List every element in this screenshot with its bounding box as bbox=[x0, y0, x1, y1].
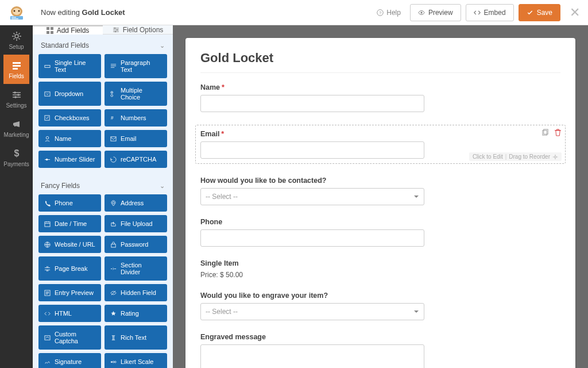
rail-item-setup[interactable]: Setup bbox=[3, 25, 29, 55]
field-chip-file-upload[interactable]: File Upload bbox=[105, 215, 167, 232]
duplicate-icon[interactable] bbox=[542, 129, 550, 136]
field-chip-website-url[interactable]: Website / URL bbox=[38, 236, 101, 253]
svg-point-46 bbox=[554, 156, 556, 158]
svg-rect-36 bbox=[45, 221, 50, 226]
chip-icon bbox=[44, 136, 51, 142]
chip-icon bbox=[110, 91, 117, 97]
field-chip-phone[interactable]: Phone bbox=[38, 194, 101, 212]
chip-icon bbox=[44, 115, 51, 121]
rail-item-settings[interactable]: Settings bbox=[3, 84, 29, 113]
chip-icon bbox=[110, 335, 117, 341]
field-chip-name[interactable]: Name bbox=[38, 130, 101, 147]
embed-button[interactable]: Embed bbox=[466, 4, 514, 21]
preview-button[interactable]: Preview bbox=[410, 4, 461, 21]
form-field-how-would-you-like-to-be-contacted-[interactable]: How would you like to be contacted?-- Se… bbox=[200, 177, 560, 205]
field-chip-likert-scale[interactable]: Likert Scale bbox=[105, 353, 167, 368]
group-header-fancy-fields[interactable]: Fancy Fields⌄ bbox=[33, 175, 173, 194]
field-chip-rating[interactable]: Rating bbox=[105, 305, 167, 322]
text-input[interactable] bbox=[200, 141, 424, 159]
fields-panel: Add Fields Field Options Standard Fields… bbox=[33, 25, 173, 368]
field-chip-address[interactable]: Address bbox=[105, 194, 167, 212]
text-input[interactable] bbox=[200, 95, 424, 112]
field-hint: Click to Edit|Drag to Reorder bbox=[469, 152, 562, 161]
select-input[interactable]: -- Select -- bbox=[200, 188, 424, 205]
chip-icon bbox=[44, 335, 51, 341]
form-field-engraved-message[interactable]: Engraved message bbox=[200, 333, 560, 368]
textarea-input[interactable] bbox=[200, 344, 424, 368]
field-chip-number-slider[interactable]: Number Slider bbox=[38, 151, 101, 168]
chip-icon: # bbox=[110, 115, 117, 121]
svg-point-23 bbox=[116, 29, 118, 30]
sliders-icon bbox=[11, 90, 22, 100]
field-chip-multiple-choice[interactable]: Multiple Choice bbox=[105, 82, 167, 106]
help-link[interactable]: ? Help bbox=[377, 9, 401, 17]
field-chip-signature[interactable]: Signature bbox=[38, 353, 101, 368]
check-icon bbox=[527, 9, 533, 16]
form-name: Gold Locket bbox=[82, 8, 125, 17]
chip-icon bbox=[110, 221, 117, 227]
svg-rect-33 bbox=[111, 136, 116, 140]
chip-icon bbox=[44, 310, 51, 317]
form-field-email[interactable]: Email*Click to Edit|Drag to Reorder bbox=[195, 125, 566, 164]
svg-point-7 bbox=[15, 34, 18, 38]
field-chip-html[interactable]: HTML bbox=[38, 305, 101, 322]
chip-icon bbox=[110, 63, 117, 70]
svg-point-34 bbox=[46, 158, 48, 160]
chip-icon bbox=[110, 266, 117, 272]
field-chip-custom-captcha[interactable]: Custom Captcha bbox=[38, 325, 101, 350]
field-chip-password[interactable]: Password bbox=[105, 236, 167, 253]
field-chip-page-break[interactable]: Page Break bbox=[38, 256, 101, 281]
svg-point-35 bbox=[113, 201, 115, 204]
tab-add-fields[interactable]: Add Fields bbox=[33, 25, 103, 34]
field-chip-recaptcha[interactable]: reCAPTCHA bbox=[105, 151, 167, 168]
svg-rect-5 bbox=[11, 17, 16, 17]
group-header-standard-fields[interactable]: Standard Fields⌄ bbox=[33, 34, 173, 54]
field-label: Name* bbox=[200, 83, 560, 91]
field-chip-entry-preview[interactable]: Entry Preview bbox=[38, 284, 101, 301]
field-chip-single-line-text[interactable]: Single Line Text bbox=[38, 54, 101, 78]
chip-icon bbox=[110, 290, 117, 296]
rail-item-payments[interactable]: $Payments bbox=[3, 143, 29, 172]
delete-icon[interactable] bbox=[554, 129, 562, 136]
topbar: Now editing Gold Locket ? Help Preview E… bbox=[33, 0, 588, 25]
form-field-would-you-like-to-engrave-your-item-[interactable]: Would you like to engrave your item?-- S… bbox=[200, 292, 560, 320]
close-button[interactable]: ✕ bbox=[570, 5, 580, 20]
form-field-name[interactable]: Name* bbox=[200, 83, 560, 112]
save-button[interactable]: Save bbox=[519, 4, 560, 21]
form-field-phone[interactable]: Phone bbox=[200, 218, 560, 247]
gear-icon bbox=[11, 31, 22, 41]
svg-text:?: ? bbox=[379, 10, 381, 16]
field-chip-numbers[interactable]: #Numbers bbox=[105, 109, 167, 126]
field-label: Phone bbox=[200, 218, 560, 226]
field-chip-email[interactable]: Email bbox=[105, 130, 167, 147]
field-chip-rich-text[interactable]: Rich Text bbox=[105, 325, 167, 350]
form-title[interactable]: Gold Locket bbox=[200, 51, 560, 73]
chip-icon bbox=[44, 63, 51, 70]
field-chip-paragraph-text[interactable]: Paragraph Text bbox=[105, 54, 167, 78]
svg-rect-21 bbox=[51, 31, 53, 34]
svg-point-42 bbox=[113, 361, 114, 363]
field-chip-dropdown[interactable]: Dropdown bbox=[38, 82, 101, 106]
svg-point-17 bbox=[420, 12, 422, 13]
rail-item-marketing[interactable]: Marketing bbox=[3, 113, 29, 143]
field-chip-checkboxes[interactable]: Checkboxes bbox=[38, 109, 101, 126]
chip-icon bbox=[110, 310, 117, 317]
rail-label: Setup bbox=[9, 44, 24, 50]
rail-item-fields[interactable]: Fields bbox=[3, 55, 29, 84]
svg-rect-40 bbox=[45, 335, 50, 339]
tab-field-options[interactable]: Field Options bbox=[103, 25, 173, 34]
form-canvas-scroll[interactable]: Gold Locket Name*Email*Click to Edit|Dra… bbox=[173, 25, 588, 368]
field-chip-section-divider[interactable]: Section Divider bbox=[105, 256, 167, 281]
field-chip-hidden-field[interactable]: Hidden Field bbox=[105, 284, 167, 301]
svg-point-13 bbox=[14, 96, 17, 98]
select-input[interactable]: -- Select -- bbox=[200, 303, 424, 320]
form-field-single-item[interactable]: Single ItemPrice: $ 50.00 bbox=[200, 259, 560, 279]
svg-text:#: # bbox=[111, 116, 114, 121]
field-chip-date-time[interactable]: Date / Time bbox=[38, 215, 101, 232]
svg-rect-44 bbox=[544, 129, 548, 134]
chip-icon bbox=[44, 156, 51, 163]
chip-icon bbox=[110, 156, 117, 163]
sliders-icon bbox=[113, 26, 119, 33]
text-input[interactable] bbox=[200, 229, 424, 247]
chip-icon bbox=[44, 91, 51, 97]
